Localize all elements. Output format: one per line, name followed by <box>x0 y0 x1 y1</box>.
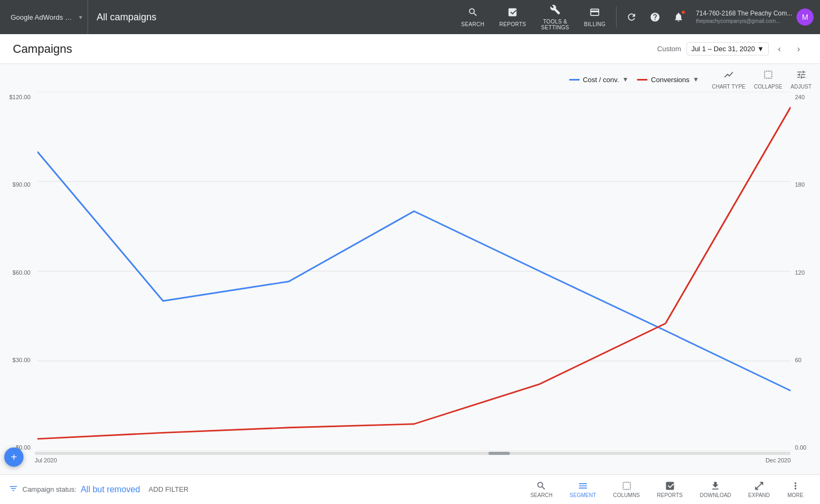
brand-chevron-icon: ▼ <box>78 14 83 20</box>
bottom-download-label: DOWNLOAD <box>700 492 731 498</box>
bottom-actions-group: SEARCH SEGMENT COLUMNS REPORTS DOWNLOAD … <box>523 477 811 501</box>
filter-value: All but removed <box>81 485 140 494</box>
chart-svg <box>37 92 791 451</box>
chart-type-icon <box>723 69 734 83</box>
bottom-expand-label: EXPAND <box>748 492 770 498</box>
user-phone: 714-760-2168 The Peachy Com... <box>696 9 792 18</box>
collapse-btn[interactable]: COLLAPSE <box>754 69 782 90</box>
bottom-segment-btn[interactable]: SEGMENT <box>562 477 603 501</box>
bottom-more-label: MORE <box>787 492 803 498</box>
y-left-30: $30.00 <box>0 357 30 363</box>
add-filter-button[interactable]: ADD FILTER <box>144 483 193 495</box>
bottom-bar: Campaign status: All but removed ADD FIL… <box>0 474 820 504</box>
x-label-jul: Jul 2020 <box>35 457 57 463</box>
bottom-reports-label: REPORTS <box>657 492 683 498</box>
date-range-button[interactable]: Jul 1 – Dec 31, 2020 ▼ <box>687 42 769 55</box>
user-email: thepeachycompanyis@gmail.com... <box>696 18 792 25</box>
bottom-more-btn[interactable]: MORE <box>779 477 811 501</box>
y-left-90: $90.00 <box>0 181 30 188</box>
fab-add-button[interactable]: + <box>4 447 23 467</box>
y-right-0: 0.00 <box>795 444 820 451</box>
nav-reports-label: REPORTS <box>499 21 526 27</box>
legend-red-line <box>637 79 648 81</box>
filter-icon <box>9 484 18 495</box>
chart-wrapper: $120.00 $90.00 $60.00 $30.00 $0.00 240 1… <box>0 92 820 474</box>
bottom-search-label: SEARCH <box>530 492 553 498</box>
y-axis-right: 240 180 120 60 0.00 <box>791 92 820 453</box>
legend-blue-line <box>569 79 580 81</box>
filter-section: Campaign status: All but removed ADD FIL… <box>9 483 523 495</box>
chart-type-label: CHART TYPE <box>712 84 745 90</box>
nav-search-btn[interactable]: SEARCH <box>455 4 491 30</box>
avatar[interactable]: M <box>797 9 814 26</box>
y-right-240: 240 <box>795 94 820 100</box>
legend-cost-conv-dropdown[interactable]: ▼ <box>622 76 628 83</box>
chart-container: Cost / conv. ▼ Conversions ▼ CHART TYPE … <box>0 64 820 474</box>
date-next-button[interactable]: › <box>790 41 807 58</box>
nav-divider <box>616 6 617 28</box>
date-range-selector[interactable]: Custom Jul 1 – Dec 31, 2020 ▼ ‹ › <box>657 41 807 58</box>
legend-conversions-label: Conversions <box>651 76 689 84</box>
top-navigation: Google AdWords M... ▼ All campaigns SEAR… <box>0 0 820 34</box>
nav-title: All campaigns <box>88 12 455 23</box>
nav-user-section[interactable]: 714-760-2168 The Peachy Com... thepeachy… <box>691 9 814 26</box>
legend-conversions[interactable]: Conversions ▼ <box>637 76 699 84</box>
filter-label: Campaign status: <box>22 485 76 493</box>
date-range-text: Jul 1 – Dec 31, 2020 <box>691 45 755 53</box>
date-dropdown-icon: ▼ <box>757 45 764 53</box>
bottom-columns-btn[interactable]: COLUMNS <box>606 477 648 501</box>
nav-tools-settings-label: TOOLS &SETTINGS <box>541 19 569 30</box>
nav-notifications-btn[interactable] <box>668 6 689 28</box>
nav-refresh-btn[interactable] <box>621 6 642 28</box>
nav-user-info: 714-760-2168 The Peachy Com... thepeachy… <box>696 9 792 26</box>
x-axis: Jul 2020 Dec 2020 <box>35 455 791 474</box>
bottom-download-btn[interactable]: DOWNLOAD <box>692 477 739 501</box>
bottom-columns-label: COLUMNS <box>613 492 640 498</box>
y-left-60: $60.00 <box>0 269 30 276</box>
nav-billing-label: BILLING <box>584 21 605 27</box>
date-prev-button[interactable]: ‹ <box>771 41 788 58</box>
x-label-dec: Dec 2020 <box>766 457 791 463</box>
nav-billing-btn[interactable]: BILLING <box>578 4 612 30</box>
nav-brand[interactable]: Google AdWords M... ▼ <box>6 0 88 34</box>
y-right-60: 60 <box>795 357 820 363</box>
bottom-segment-label: SEGMENT <box>570 492 596 498</box>
nav-reports-btn[interactable]: REPORTS <box>493 4 532 30</box>
bottom-expand-btn[interactable]: EXPAND <box>741 477 777 501</box>
collapse-icon <box>763 69 774 83</box>
page-header: Campaigns Custom Jul 1 – Dec 31, 2020 ▼ … <box>0 34 820 64</box>
chart-legend: Cost / conv. ▼ Conversions ▼ CHART TYPE … <box>0 64 820 92</box>
billing-icon <box>589 7 600 20</box>
nav-help-btn[interactable] <box>644 6 666 28</box>
search-icon <box>468 7 478 20</box>
y-axis-left: $120.00 $90.00 $60.00 $30.00 $0.00 <box>0 92 35 453</box>
legend-cost-conv[interactable]: Cost / conv. ▼ <box>569 76 629 84</box>
brand-name: Google AdWords M... <box>11 13 75 21</box>
adjust-icon <box>796 69 807 83</box>
notification-badge <box>681 10 686 15</box>
reports-icon <box>507 7 518 20</box>
nav-actions-group: SEARCH REPORTS TOOLS &SETTINGS BILLING <box>455 1 814 34</box>
legend-conversions-dropdown[interactable]: ▼ <box>693 76 699 83</box>
nav-tools-settings-btn[interactable]: TOOLS &SETTINGS <box>535 1 575 34</box>
legend-cost-conv-label: Cost / conv. <box>583 76 619 84</box>
tools-settings-icon <box>550 4 561 18</box>
page-title: Campaigns <box>13 42 72 56</box>
adjust-label: ADJUST <box>791 84 811 90</box>
chart-tools-group: CHART TYPE COLLAPSE ADJUST <box>712 69 811 90</box>
y-left-120: $120.00 <box>0 94 30 100</box>
bottom-reports-btn[interactable]: REPORTS <box>650 477 690 501</box>
y-right-180: 180 <box>795 181 820 188</box>
y-right-120: 120 <box>795 269 820 276</box>
red-line <box>37 107 791 439</box>
chart-type-btn[interactable]: CHART TYPE <box>712 69 745 90</box>
bottom-search-btn[interactable]: SEARCH <box>523 477 560 501</box>
collapse-label: COLLAPSE <box>754 84 782 90</box>
adjust-btn[interactable]: ADJUST <box>791 69 811 90</box>
nav-search-label: SEARCH <box>461 21 484 27</box>
date-custom-label: Custom <box>657 45 681 53</box>
